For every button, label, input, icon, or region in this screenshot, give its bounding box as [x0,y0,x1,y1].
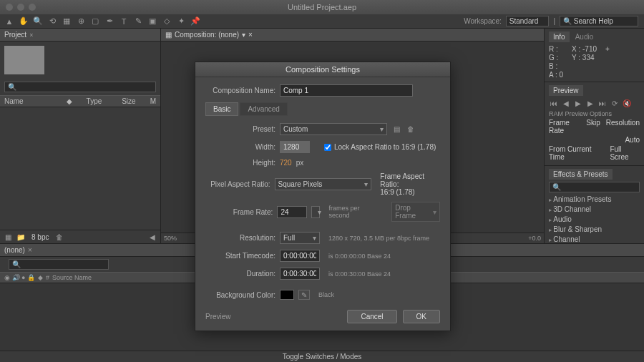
puppet-tool-icon[interactable]: 📌 [189,16,202,27]
delete-preset-icon[interactable]: 🗑 [406,124,416,134]
start-timecode-label: Start Timecode: [205,252,275,260]
bg-color-swatch[interactable] [280,290,294,300]
source-name-column[interactable]: Source Name [52,274,92,281]
ram-preview-label: RAM Preview Options [549,110,640,117]
resolution-info: 1280 x 720, 3.5 MB per 8bpc frame [328,235,429,242]
flowchart-icon[interactable]: ◀ [147,232,157,242]
right-panels: Info Audio R : G : B : A : 0 X : -710 Y … [544,29,644,243]
anchor-tool-icon[interactable]: ⊕ [74,16,87,27]
duration-label: Duration: [205,270,275,278]
project-panel: Project× 🔍 Name ◆ Type Size M ▦ 📁 8 bpc … [0,29,161,243]
size-column[interactable]: Size [122,97,135,105]
clone-tool-icon[interactable]: ▣ [146,16,159,27]
plus-icon: + [605,45,610,53]
par-select[interactable]: Square Pixels [275,178,372,190]
b-value: B : [549,62,563,70]
loop-icon[interactable]: ⟳ [610,99,620,107]
mute-icon[interactable]: 🔇 [622,99,632,107]
ok-button[interactable]: OK [403,310,440,323]
basic-tab[interactable]: Basic [205,102,238,116]
brush-tool-icon[interactable]: ✎ [132,16,145,27]
list-item[interactable]: Blur & Sharpen [549,225,640,234]
av-columns[interactable]: ◉ 🔊 ● 🔒 [4,274,35,281]
height-label: Height: [205,159,275,167]
start-timecode-input[interactable] [280,250,320,262]
project-search-input[interactable]: 🔍 [4,82,156,92]
list-item[interactable]: 3D Channel [549,205,640,214]
advanced-tab[interactable]: Advanced [240,102,287,116]
close-icon[interactable]: × [29,31,33,39]
m-column[interactable]: M [150,97,156,105]
search-help-input[interactable]: 🔍 Search Help [560,16,638,26]
preset-select[interactable]: Custom [280,123,387,135]
shape-tool-icon[interactable]: ▢ [89,16,102,27]
y-value: Y : 334 [572,54,597,62]
eyedropper-icon[interactable]: ✎ [298,290,310,300]
project-items[interactable] [0,107,160,230]
window-titlebar: Untitled Project.aep [0,0,644,14]
play-icon[interactable]: ▶ [573,99,583,107]
fps-unit: frames per second [328,205,380,219]
project-thumbnail [4,46,44,74]
eraser-tool-icon[interactable]: ◇ [160,16,173,27]
preview-checkbox-label[interactable]: Preview [205,313,231,321]
next-frame-icon[interactable]: ▶ [585,99,595,107]
duration-info: is 0:00:30:00 Base 24 [328,270,391,278]
effects-search-input[interactable]: 🔍 [549,182,640,192]
rotate-tool-icon[interactable]: ⟲ [46,16,59,27]
effects-panel: Effects & Presets 🔍 Animation Presets 3D… [545,166,644,257]
comp-icon: ▦ [165,31,172,39]
timeline-search-input[interactable]: 🔍 [9,259,109,270]
toggle-switches-button[interactable]: Toggle Switches / Modes [283,353,362,361]
project-column-headers[interactable]: Name ◆ Type Size M [0,95,160,107]
fps-dropdown[interactable] [311,206,320,218]
last-frame-icon[interactable]: ⏭ [597,99,608,107]
save-preset-icon[interactable]: ▤ [391,124,401,134]
first-frame-icon[interactable]: ⏮ [549,99,559,107]
selection-tool-icon[interactable]: ▲ [3,16,16,27]
bpc-button[interactable]: 8 bpc [31,233,49,241]
height-value[interactable]: 720 [280,159,292,167]
r-value: R : [549,45,563,53]
audio-tab[interactable]: Audio [571,31,598,42]
par-label: Pixel Aspect Ratio: [205,180,270,188]
type-column[interactable]: Type [87,97,108,105]
zoom-select[interactable]: 50% [164,235,177,242]
text-tool-icon[interactable]: T [117,16,130,27]
list-item[interactable]: Audio [549,215,640,224]
preview-tab[interactable]: Preview [549,85,583,96]
duration-input[interactable] [280,268,320,280]
traffic-lights[interactable] [6,4,36,11]
lock-aspect-checkbox[interactable]: Lock Aspect Ratio to 16:9 (1.78) [324,143,436,151]
drop-frame-select: Drop Frame [391,202,440,222]
zoom-tool-icon[interactable]: 🔍 [31,16,44,27]
project-tab[interactable]: Project× [0,29,160,41]
info-tab[interactable]: Info [549,31,570,42]
effects-tab[interactable]: Effects & Presets [549,169,613,180]
camera-tool-icon[interactable]: ▦ [60,16,73,27]
width-input[interactable] [280,141,310,153]
hand-tool-icon[interactable]: ✋ [17,16,30,27]
trash-icon[interactable]: 🗑 [54,232,64,242]
list-item[interactable]: Animation Presets [549,195,640,204]
cancel-button[interactable]: Cancel [347,310,396,323]
start-info: is 0:00:00:00 Base 24 [328,253,391,260]
workspace-select[interactable]: Standard [506,16,550,26]
fps-input[interactable] [277,206,307,218]
pen-tool-icon[interactable]: ✒ [103,16,116,27]
composition-tab[interactable]: ▦ Composition: (none) ▾ × [161,29,544,41]
resolution-select[interactable]: Full [280,232,320,244]
list-item[interactable]: Channel [549,235,640,244]
roto-tool-icon[interactable]: ✦ [175,16,187,27]
dropdown-icon[interactable]: ▾ [242,31,245,39]
interpret-icon[interactable]: ▦ [3,232,13,242]
label-column[interactable]: ◆ [38,274,43,281]
comp-name-input[interactable] [280,84,413,97]
project-footer: ▦ 📁 8 bpc 🗑 ◀ [0,230,160,243]
label-column[interactable]: ◆ [67,97,72,105]
name-column[interactable]: Name [4,97,52,105]
folder-icon[interactable]: 📁 [16,232,26,242]
close-icon[interactable]: × [248,31,253,39]
prev-frame-icon[interactable]: ◀ [561,99,571,107]
index-column[interactable]: # [46,274,49,281]
